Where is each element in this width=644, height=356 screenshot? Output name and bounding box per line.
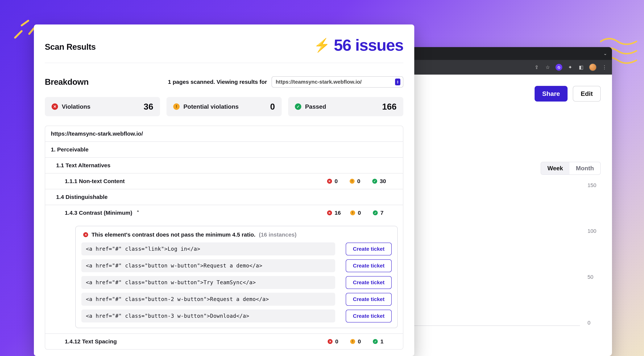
tree-leaf-contrast-minimum: 1.4.3 Contrast (Minimum) ˄ ✕16 !0 ✓7 ✕ T… [45,205,403,328]
tree-leaf-non-text-content[interactable]: 1.1.1 Non-text Content ✕0 !0 ✓30 [45,173,403,189]
side-panel-icon[interactable]: ◧ [578,64,584,70]
create-ticket-button[interactable]: Create ticket [346,259,392,272]
selected-url: https://teamsync-stark.webflow.io/ [276,79,362,85]
code-snippet[interactable]: <a href="#" class="link">Log in</a> [81,242,335,256]
page-url-select[interactable]: https://teamsync-stark.webflow.io/ ▲▼ [272,76,403,88]
select-stepper-icon[interactable]: ▲▼ [395,78,400,85]
warning-icon: ! [350,179,354,184]
issues-count: ⚡ 56 issues [314,36,403,54]
chevron-up-icon: ˄ [137,210,139,216]
error-icon: ✕ [52,104,58,110]
svg-line-0 [15,31,22,38]
passed-card[interactable]: ✓ Passed 166 [288,97,403,116]
code-snippet[interactable]: <a href="#" class="button w-button">Requ… [81,259,335,272]
issue-row: <a href="#" class="link">Log in</a> Crea… [81,242,392,256]
create-ticket-button[interactable]: Create ticket [346,276,392,289]
error-icon: ✕ [327,179,332,184]
violations-count: 36 [144,102,153,112]
create-ticket-button[interactable]: Create ticket [346,242,392,256]
issue-row: <a href="#" class="button w-button">Requ… [81,259,392,272]
detail-message: This element's contrast does not pass th… [92,232,256,238]
check-icon: ✓ [372,179,377,184]
potential-violations-card[interactable]: ! Potential violations 0 [166,97,282,116]
create-ticket-button[interactable]: Create ticket [346,310,392,322]
scan-results-panel: Scan Results ⚡ 56 issues Breakdown 1 pag… [34,24,414,356]
toggle-month[interactable]: Month [570,162,600,174]
tree-page-row[interactable]: https://teamsync-stark.webflow.io/ [45,126,403,142]
code-snippet[interactable]: <a href="#" class="button-3 w-button">Do… [81,310,335,322]
issue-row: <a href="#" class="button w-button">Try … [81,276,392,289]
detail-instances: (16 instances) [259,232,296,238]
chart-range-toggle[interactable]: Week Month [540,162,601,175]
tree-sub-distinguishable[interactable]: 1.4 Distinguishable [45,189,403,205]
contrast-detail-block: ✕ This element's contrast does not pass … [75,226,398,328]
kebab-menu-icon[interactable]: ⋮ [602,64,608,70]
issue-row: <a href="#" class="button-2 w-button">Re… [81,293,392,306]
pages-scanned-label: 1 pages scanned. Viewing results for [168,79,267,85]
tree-sub-text-alternatives[interactable]: 1.1 Text Alternatives [45,157,403,173]
profile-avatar[interactable] [589,64,596,71]
share-button[interactable]: Share [534,86,568,102]
tree-category-perceivable[interactable]: 1. Perceivable [45,142,403,157]
create-ticket-button[interactable]: Create ticket [346,293,392,306]
decorative-spark-icon [11,15,38,42]
tree-leaf-contrast-header[interactable]: 1.4.3 Contrast (Minimum) ˄ ✕16 !0 ✓7 [45,205,403,220]
warning-icon: ! [350,210,355,215]
error-icon: ✕ [327,210,332,215]
panel-title: Scan Results [45,42,96,52]
tree-leaf-text-spacing[interactable]: 1.4.12 Text Spacing ✕0 !0 ✓1 [45,334,403,349]
error-icon: ✕ [83,232,88,237]
warning-icon: ! [173,104,180,110]
passed-count: 166 [382,102,396,112]
edit-button[interactable]: Edit [573,86,601,102]
extensions-puzzle-icon[interactable]: ✦ [567,64,573,70]
violations-card[interactable]: ✕ Violations 36 [45,97,160,116]
results-tree: https://teamsync-stark.webflow.io/ 1. Pe… [45,126,403,350]
check-icon: ✓ [295,104,301,110]
toggle-week[interactable]: Week [541,162,570,174]
extension-icon[interactable]: ⦸ [556,64,562,71]
check-icon: ✓ [373,339,378,344]
svg-line-1 [22,21,28,26]
bookmark-star-icon[interactable]: ☆ [544,64,550,70]
error-icon: ✕ [328,339,332,344]
breakdown-heading: Breakdown [45,77,89,87]
svg-line-2 [29,28,34,34]
check-icon: ✓ [373,210,378,215]
issue-row: <a href="#" class="button-3 w-button">Do… [81,310,392,322]
code-snippet[interactable]: <a href="#" class="button-2 w-button">Re… [81,293,335,306]
bolt-icon: ⚡ [314,38,330,53]
y-axis-labels: 150 100 50 0 [582,182,601,326]
share-sheet-icon[interactable]: ⇪ [534,64,540,70]
tab-dropdown-icon[interactable]: ⌄ [603,51,607,56]
potential-count: 0 [270,102,275,112]
warning-icon: ! [350,339,355,344]
code-snippet[interactable]: <a href="#" class="button w-button">Try … [81,276,335,289]
